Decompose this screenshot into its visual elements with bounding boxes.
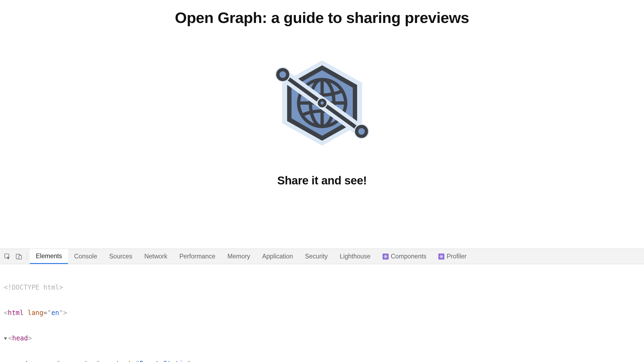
inspect-element-icon[interactable] [2, 251, 13, 262]
tab-network[interactable]: Network [138, 249, 173, 264]
tab-sources[interactable]: Sources [103, 249, 138, 264]
webpage-viewport: Open Graph: a guide to sharing previews [0, 0, 644, 249]
tab-lighthouse[interactable]: Lighthouse [334, 249, 377, 264]
devtools-panel: Elements Console Sources Network Perform… [0, 249, 644, 362]
tab-memory[interactable]: Memory [222, 249, 256, 264]
page-subtitle: Share it and see! [277, 174, 367, 187]
tab-console[interactable]: Console [68, 249, 103, 264]
dom-node[interactable]: <!DOCTYPE html> [4, 283, 640, 292]
svg-point-12 [357, 126, 366, 136]
react-icon [383, 254, 389, 260]
expand-caret-icon[interactable] [4, 337, 7, 340]
dom-node[interactable]: <html lang="en"> [4, 309, 640, 317]
page-title: Open Graph: a guide to sharing previews [175, 9, 469, 27]
elements-dom-tree[interactable]: <!DOCTYPE html> <html lang="en"> <head> … [0, 264, 644, 362]
tab-performance[interactable]: Performance [173, 249, 222, 264]
devtools-tabbar: Elements Console Sources Network Perform… [0, 249, 644, 264]
tabbar-divider [27, 252, 27, 261]
tab-elements[interactable]: Elements [30, 249, 68, 264]
tab-security[interactable]: Security [299, 249, 334, 264]
svg-rect-17 [19, 255, 22, 259]
tab-application[interactable]: Application [256, 249, 299, 264]
tab-components[interactable]: Components [377, 249, 432, 264]
react-icon [438, 254, 444, 260]
open-graph-logo [265, 54, 380, 147]
svg-point-18 [385, 256, 386, 257]
device-toolbar-icon[interactable] [14, 251, 24, 262]
dom-node[interactable]: <meta name="generator" content="React St… [4, 360, 640, 362]
svg-point-10 [278, 70, 288, 80]
svg-point-22 [441, 256, 442, 257]
svg-point-14 [319, 100, 325, 106]
tab-profiler[interactable]: Profiler [432, 249, 473, 264]
dom-node[interactable]: <head> [4, 334, 640, 343]
